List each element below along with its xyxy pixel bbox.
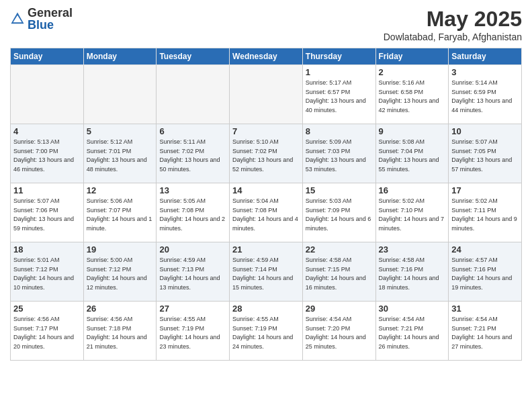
- day-number: 31: [451, 304, 519, 314]
- day-info: Sunrise: 5:07 AMSunset: 7:06 PMDaylight:…: [13, 197, 81, 233]
- day-info: Sunrise: 4:59 AMSunset: 7:14 PMDaylight:…: [232, 256, 300, 292]
- day-number: 3: [451, 67, 519, 77]
- calendar-cell: 6Sunrise: 5:11 AMSunset: 7:02 PMDaylight…: [157, 124, 230, 183]
- day-info: Sunrise: 5:17 AMSunset: 6:57 PMDaylight:…: [306, 79, 373, 115]
- calendar-cell: 14Sunrise: 5:04 AMSunset: 7:08 PMDayligh…: [230, 183, 303, 242]
- calendar-cell: 3Sunrise: 5:14 AMSunset: 6:59 PMDaylight…: [449, 65, 522, 124]
- day-number: 13: [159, 185, 226, 195]
- location: Dowlatabad, Faryab, Afghanistan: [384, 32, 522, 42]
- calendar-cell: 19Sunrise: 5:00 AMSunset: 7:12 PMDayligh…: [83, 242, 157, 302]
- day-number: 15: [306, 185, 373, 195]
- calendar-cell: 30Sunrise: 4:54 AMSunset: 7:21 PMDayligh…: [375, 302, 449, 361]
- day-info: Sunrise: 4:58 AMSunset: 7:16 PMDaylight:…: [379, 256, 446, 292]
- day-info: Sunrise: 4:55 AMSunset: 7:19 PMDaylight:…: [232, 315, 300, 351]
- calendar-cell: 28Sunrise: 4:55 AMSunset: 7:19 PMDayligh…: [230, 302, 303, 361]
- header-tuesday: Tuesday: [157, 48, 230, 65]
- day-number: 19: [87, 244, 154, 255]
- day-number: 30: [379, 304, 446, 314]
- calendar-cell: 22Sunrise: 4:58 AMSunset: 7:15 PMDayligh…: [302, 242, 375, 302]
- calendar-cell: 5Sunrise: 5:12 AMSunset: 7:01 PMDaylight…: [83, 124, 157, 183]
- calendar-cell: 8Sunrise: 5:09 AMSunset: 7:03 PMDaylight…: [302, 124, 375, 183]
- calendar-cell: 15Sunrise: 5:03 AMSunset: 7:09 PMDayligh…: [302, 183, 375, 242]
- day-number: 7: [232, 126, 300, 136]
- day-number: 23: [379, 244, 446, 255]
- day-number: 4: [13, 126, 81, 136]
- calendar-cell: 12Sunrise: 5:06 AMSunset: 7:07 PMDayligh…: [83, 183, 157, 242]
- header-sunday: Sunday: [11, 48, 84, 65]
- day-info: Sunrise: 5:16 AMSunset: 6:58 PMDaylight:…: [379, 79, 446, 115]
- calendar-cell: 10Sunrise: 5:07 AMSunset: 7:05 PMDayligh…: [449, 124, 522, 183]
- day-number: 8: [306, 126, 373, 136]
- logo-general: General: [28, 7, 73, 19]
- calendar-cell: 25Sunrise: 4:56 AMSunset: 7:17 PMDayligh…: [11, 302, 84, 361]
- calendar-cell: 27Sunrise: 4:55 AMSunset: 7:19 PMDayligh…: [157, 302, 230, 361]
- day-info: Sunrise: 5:07 AMSunset: 7:05 PMDaylight:…: [451, 138, 519, 174]
- calendar-cell: 16Sunrise: 5:02 AMSunset: 7:10 PMDayligh…: [375, 183, 449, 242]
- calendar-cell: [83, 65, 157, 124]
- calendar-cell: 24Sunrise: 4:57 AMSunset: 7:16 PMDayligh…: [449, 242, 522, 302]
- day-number: 25: [13, 304, 81, 314]
- day-info: Sunrise: 4:54 AMSunset: 7:21 PMDaylight:…: [451, 315, 519, 351]
- day-number: 20: [159, 244, 226, 255]
- day-info: Sunrise: 4:56 AMSunset: 7:17 PMDaylight:…: [13, 315, 81, 351]
- day-info: Sunrise: 5:00 AMSunset: 7:12 PMDaylight:…: [87, 256, 154, 292]
- header-thursday: Thursday: [302, 48, 375, 65]
- day-number: 6: [159, 126, 226, 136]
- day-info: Sunrise: 5:04 AMSunset: 7:08 PMDaylight:…: [232, 197, 300, 233]
- day-info: Sunrise: 5:03 AMSunset: 7:09 PMDaylight:…: [306, 197, 373, 233]
- calendar-cell: 7Sunrise: 5:10 AMSunset: 7:02 PMDaylight…: [230, 124, 303, 183]
- day-info: Sunrise: 4:55 AMSunset: 7:19 PMDaylight:…: [159, 315, 226, 351]
- calendar-cell: 21Sunrise: 4:59 AMSunset: 7:14 PMDayligh…: [230, 242, 303, 302]
- day-info: Sunrise: 5:01 AMSunset: 7:12 PMDaylight:…: [13, 256, 81, 292]
- day-number: 9: [379, 126, 446, 136]
- title-section: May 2025 Dowlatabad, Faryab, Afghanistan: [384, 7, 522, 42]
- header-friday: Friday: [375, 48, 449, 65]
- day-info: Sunrise: 5:06 AMSunset: 7:07 PMDaylight:…: [87, 197, 154, 233]
- day-info: Sunrise: 5:05 AMSunset: 7:08 PMDaylight:…: [159, 197, 226, 233]
- logo-icon: [10, 11, 25, 26]
- header: General Blue May 2025 Dowlatabad, Faryab…: [10, 7, 522, 42]
- logo-wrapper: General Blue: [28, 7, 73, 31]
- day-info: Sunrise: 5:13 AMSunset: 7:00 PMDaylight:…: [13, 138, 81, 174]
- day-info: Sunrise: 5:14 AMSunset: 6:59 PMDaylight:…: [451, 79, 519, 115]
- calendar-cell: 2Sunrise: 5:16 AMSunset: 6:58 PMDaylight…: [375, 65, 449, 124]
- day-number: 2: [379, 67, 446, 77]
- day-number: 24: [451, 244, 519, 255]
- day-number: 17: [451, 185, 519, 195]
- week-row-2: 4Sunrise: 5:13 AMSunset: 7:00 PMDaylight…: [11, 124, 522, 183]
- week-row-5: 25Sunrise: 4:56 AMSunset: 7:17 PMDayligh…: [11, 302, 522, 361]
- week-row-4: 18Sunrise: 5:01 AMSunset: 7:12 PMDayligh…: [11, 242, 522, 302]
- day-number: 28: [232, 304, 300, 314]
- calendar-cell: [157, 65, 230, 124]
- day-number: 12: [87, 185, 154, 195]
- calendar-cell: 20Sunrise: 4:59 AMSunset: 7:13 PMDayligh…: [157, 242, 230, 302]
- day-number: 10: [451, 126, 519, 136]
- day-number: 21: [232, 244, 300, 255]
- day-number: 22: [306, 244, 373, 255]
- day-info: Sunrise: 4:57 AMSunset: 7:16 PMDaylight:…: [451, 256, 519, 292]
- day-number: 11: [13, 185, 81, 195]
- week-row-1: 1Sunrise: 5:17 AMSunset: 6:57 PMDaylight…: [11, 65, 522, 124]
- logo: General Blue: [10, 7, 73, 31]
- calendar-cell: 13Sunrise: 5:05 AMSunset: 7:08 PMDayligh…: [157, 183, 230, 242]
- day-number: 18: [13, 244, 81, 255]
- month-year: May 2025: [384, 7, 522, 32]
- calendar-cell: 9Sunrise: 5:08 AMSunset: 7:04 PMDaylight…: [375, 124, 449, 183]
- calendar-cell: 17Sunrise: 5:02 AMSunset: 7:11 PMDayligh…: [449, 183, 522, 242]
- calendar-cell: [230, 65, 303, 124]
- calendar-cell: 26Sunrise: 4:56 AMSunset: 7:18 PMDayligh…: [83, 302, 157, 361]
- day-number: 27: [159, 304, 226, 314]
- day-info: Sunrise: 4:58 AMSunset: 7:15 PMDaylight:…: [306, 256, 373, 292]
- day-info: Sunrise: 5:10 AMSunset: 7:02 PMDaylight:…: [232, 138, 300, 174]
- calendar-cell: 1Sunrise: 5:17 AMSunset: 6:57 PMDaylight…: [302, 65, 375, 124]
- day-number: 16: [379, 185, 446, 195]
- calendar-cell: 18Sunrise: 5:01 AMSunset: 7:12 PMDayligh…: [11, 242, 84, 302]
- day-info: Sunrise: 4:54 AMSunset: 7:21 PMDaylight:…: [379, 315, 446, 351]
- day-number: 26: [87, 304, 154, 314]
- calendar-cell: 31Sunrise: 4:54 AMSunset: 7:21 PMDayligh…: [449, 302, 522, 361]
- week-row-3: 11Sunrise: 5:07 AMSunset: 7:06 PMDayligh…: [11, 183, 522, 242]
- calendar-cell: 29Sunrise: 4:54 AMSunset: 7:20 PMDayligh…: [302, 302, 375, 361]
- calendar-cell: 11Sunrise: 5:07 AMSunset: 7:06 PMDayligh…: [11, 183, 84, 242]
- day-info: Sunrise: 4:56 AMSunset: 7:18 PMDaylight:…: [87, 315, 154, 351]
- day-info: Sunrise: 4:59 AMSunset: 7:13 PMDaylight:…: [159, 256, 226, 292]
